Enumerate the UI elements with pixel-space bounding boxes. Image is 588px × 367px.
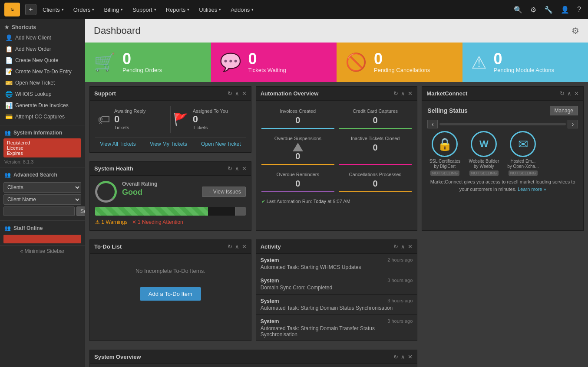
staff-online-header: 👥 Staff Online xyxy=(0,223,85,233)
nav-addons[interactable]: Addons ▾ xyxy=(227,5,257,15)
health-warnings: ⚠ 1 Warnings ✕ 1 Needing Attention xyxy=(95,219,246,225)
stat-card-orders[interactable]: 🛒 0 Pending Orders xyxy=(85,43,211,82)
view-my-tickets-link[interactable]: View My Tickets xyxy=(150,141,187,147)
nav-orders[interactable]: Orders ▾ xyxy=(70,5,98,15)
mc-prev-btn[interactable]: ‹ xyxy=(427,120,438,128)
mc-close-icon[interactable]: ✕ xyxy=(574,90,579,97)
health-refresh-icon[interactable] xyxy=(228,165,232,172)
activity-meta-2: System 3 hours ago xyxy=(261,298,413,304)
sidebar-item-create-quote[interactable]: 📄 Create New Quote xyxy=(0,55,85,66)
health-progress-bar xyxy=(95,207,246,216)
sidebar-item-new-ticket[interactable]: 🎫 Open New Ticket xyxy=(0,77,85,88)
todo-refresh-icon[interactable] xyxy=(228,243,232,250)
activity-close-icon[interactable]: ✕ xyxy=(408,243,413,250)
todo-close-icon[interactable]: ✕ xyxy=(242,243,247,250)
sidebar-item-cc[interactable]: 💳 Attempt CC Captures xyxy=(0,111,85,122)
assigned-stat: 🚩 Assigned To You 0 Tickets xyxy=(171,106,246,133)
sidebar-item-whois[interactable]: 🌐 WHOIS Lookup xyxy=(0,88,85,100)
support-refresh-icon[interactable] xyxy=(228,90,232,97)
view-issues-button[interactable]: → View Issues xyxy=(202,187,246,197)
triangle-icon xyxy=(293,143,303,151)
stat-card-module[interactable]: ⚠ 0 Pending Module Actions xyxy=(462,43,588,82)
new-ticket-icon: 🎫 xyxy=(5,79,13,86)
orders-caret: ▾ xyxy=(92,7,94,12)
search-field-select[interactable]: Client Name Email ID xyxy=(3,194,81,205)
orders-icon: 🛒 xyxy=(94,52,116,72)
metric-cancellations-label: Cancellations Processed xyxy=(341,172,409,177)
mc-panel-header: MarketConnect ∧ ✕ xyxy=(422,87,583,101)
mc-refresh-icon[interactable] xyxy=(560,90,565,97)
automation-refresh-icon[interactable] xyxy=(393,90,398,97)
todo-up-icon[interactable]: ∧ xyxy=(235,243,239,250)
automation-close-icon[interactable]: ✕ xyxy=(408,90,413,97)
page-header: Dashboard ⚙ xyxy=(85,19,588,43)
health-up-icon[interactable]: ∧ xyxy=(235,165,239,172)
search-icon-btn[interactable]: 🔍 xyxy=(511,4,525,16)
nav-clients[interactable]: Clients ▾ xyxy=(39,5,67,15)
sys-version: Version: 8.1.3 xyxy=(0,158,85,165)
nav-utilities[interactable]: Utilities ▾ xyxy=(195,5,225,15)
add-todo-button[interactable]: Add a To-Do Item xyxy=(140,287,201,301)
health-close-icon[interactable]: ✕ xyxy=(242,165,247,172)
support-up-icon[interactable]: ∧ xyxy=(235,90,239,97)
activity-who-0: System xyxy=(261,257,279,263)
help-icon-btn[interactable]: ? xyxy=(575,4,584,15)
nav-billing[interactable]: Billing ▾ xyxy=(100,5,126,15)
support-close-icon[interactable]: ✕ xyxy=(242,90,247,97)
activity-time-0: 2 hours ago xyxy=(387,257,413,263)
activity-item: System 2 hours ago Automated Task: Start… xyxy=(256,254,417,274)
activity-time-1: 3 hours ago xyxy=(387,278,413,284)
topnav: fz + Clients ▾ Orders ▾ Billing ▾ Suppor… xyxy=(0,0,588,19)
wrench-icon-btn[interactable]: 🔧 xyxy=(542,4,555,16)
search-input[interactable] xyxy=(3,206,75,216)
open-new-ticket-link[interactable]: Open New Ticket xyxy=(201,141,241,147)
mc-product-ssl: 🔒 SSL Certificatesby DigiCert NOT SELLIN… xyxy=(427,131,462,176)
mc-products: 🔒 SSL Certificatesby DigiCert NOT SELLIN… xyxy=(427,131,578,176)
main-content: Dashboard ⚙ 🛒 0 Pending Orders 💬 0 Ticke… xyxy=(85,19,588,367)
activity-controls: ∧ ✕ xyxy=(393,243,413,250)
mc-next-btn[interactable]: › xyxy=(568,120,578,128)
add-order-icon: 📋 xyxy=(5,46,13,52)
activity-refresh-icon[interactable] xyxy=(393,243,398,250)
metric-inactive-val: 0 xyxy=(341,143,409,153)
settings-icon-btn[interactable]: ⚙ xyxy=(528,4,539,16)
mc-learn-more-link[interactable]: Learn more » xyxy=(518,187,546,192)
nav-support[interactable]: Support ▾ xyxy=(129,5,160,15)
clients-caret: ▾ xyxy=(62,7,64,12)
stat-card-cancellations[interactable]: 🚫 0 Pending Cancellations xyxy=(337,43,462,82)
email-name: Hosted Em...by Open-Xcha... xyxy=(505,159,540,169)
support-controls: ∧ ✕ xyxy=(228,90,247,97)
overview-close-icon[interactable]: ✕ xyxy=(408,354,413,360)
manage-button[interactable]: Manage xyxy=(550,106,578,115)
sidebar-item-todo[interactable]: 📝 Create New To-Do Entry xyxy=(0,66,85,77)
activity-panel: Activity ∧ ✕ System 2 hours ago Automate… xyxy=(256,239,418,341)
nav-reports[interactable]: Reports ▾ xyxy=(162,5,193,15)
utilities-caret: ▾ xyxy=(219,7,221,12)
awaiting-icon: 🏷 xyxy=(98,112,110,127)
view-all-tickets-link[interactable]: View All Tickets xyxy=(100,141,135,147)
activity-up-icon[interactable]: ∧ xyxy=(401,243,405,250)
dashboard-settings-icon[interactable]: ⚙ xyxy=(571,26,579,36)
search-button[interactable]: Search xyxy=(76,206,85,216)
system-overview-panel: System Overview ∧ ✕ Today Last 30 Days L… xyxy=(89,350,417,367)
sidebar-item-invoices[interactable]: 📊 Generate Due Invoices xyxy=(0,100,85,111)
metric-invoices-label: Invoices Created xyxy=(264,108,332,114)
overview-refresh-icon[interactable] xyxy=(393,354,398,360)
search-row: Search xyxy=(3,206,81,216)
module-label: Pending Module Actions xyxy=(494,67,554,73)
module-icon: ⚠ xyxy=(471,52,487,72)
user-icon-btn[interactable]: 👤 xyxy=(558,4,572,16)
sidebar-item-add-order[interactable]: 📋 Add New Order xyxy=(0,43,85,55)
sidebar-item-add-client[interactable]: 👤 Add New Client xyxy=(0,32,85,43)
add-button[interactable]: + xyxy=(25,4,36,15)
overview-up-icon[interactable]: ∧ xyxy=(401,354,405,360)
health-info: Overall Rating Good xyxy=(122,181,157,197)
stat-card-tickets[interactable]: 💬 0 Tickets Waiting xyxy=(211,43,337,82)
automation-up-icon[interactable]: ∧ xyxy=(401,90,405,97)
minimise-sidebar-btn[interactable]: « Minimise Sidebar xyxy=(0,245,85,257)
search-category-select[interactable]: Clients Orders Tickets xyxy=(3,182,81,193)
mc-up-icon[interactable]: ∧ xyxy=(567,90,571,97)
awaiting-sub: Tickets xyxy=(114,125,146,130)
todo-empty-text: No Incomplete To-Do Items. xyxy=(95,259,246,283)
marketconnect-panel: MarketConnect ∧ ✕ Selling Status Manage … xyxy=(422,86,584,231)
